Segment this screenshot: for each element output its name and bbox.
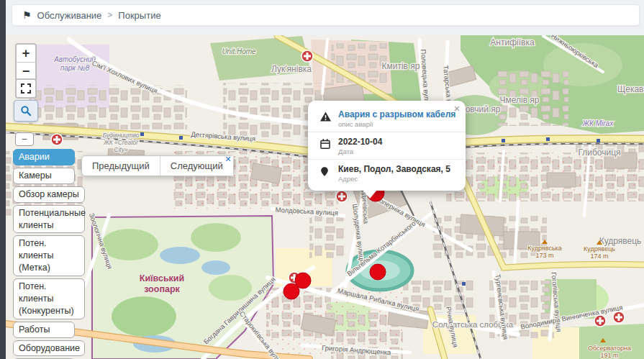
map-label: Unit.Home xyxy=(222,47,256,55)
map-label: Антифіївка xyxy=(490,37,535,47)
fullscreen-icon xyxy=(21,83,31,94)
accident-pager: Предыдущий Следующий ✕ xyxy=(81,155,234,176)
zoom-in-button[interactable]: + xyxy=(17,45,35,63)
peak-label: 191 m xyxy=(600,352,618,359)
breadcrumb-separator: > xyxy=(107,10,112,20)
map-label: Кудрявець xyxy=(599,236,642,246)
calendar-icon xyxy=(319,137,332,153)
previous-button[interactable]: Предыдущий xyxy=(82,156,160,176)
map-label: City» xyxy=(114,146,128,153)
breadcrumb-section[interactable]: Обслуживание xyxy=(37,10,102,21)
map-label: Автобусний xyxy=(53,55,96,63)
pager-close-icon[interactable]: ✕ xyxy=(225,155,232,163)
layer-item-cameras[interactable]: Камеры xyxy=(13,168,75,184)
osm-base-map[interactable]: Лук'янівка Кмитів яр Антифіївка Чмелів я… xyxy=(6,35,644,359)
popup-tail xyxy=(363,190,377,199)
collapsed-nav-strip[interactable] xyxy=(0,0,6,359)
map-canvas[interactable]: Лук'янівка Кмитів яр Антифіївка Чмелів я… xyxy=(6,35,644,359)
map-label: Щекавиця xyxy=(617,84,644,94)
map-label: ЖК Mirax xyxy=(582,119,614,127)
map-label: парк №8 xyxy=(60,64,90,72)
zoo-label: зоопарк xyxy=(144,284,180,294)
warning-icon xyxy=(319,109,332,125)
map-label: Глибочиця xyxy=(578,147,620,158)
popup-close-icon[interactable]: × xyxy=(454,103,461,114)
breadcrumb: Обслуживание > Покрытие xyxy=(37,10,161,21)
popup-row-date: 2022-10-04 Дата xyxy=(308,132,466,159)
top-header: ⚑ Обслуживание > Покрытие xyxy=(6,0,644,35)
peak-label: Кудрявець xyxy=(584,245,615,253)
popup-row-address: Киев, Подол, Заводская, 5 Адрес xyxy=(308,159,466,186)
pin-icon xyxy=(319,164,332,181)
accident-address-label: Адрес xyxy=(338,175,450,183)
accident-title-link[interactable]: Авария с разрывом кабеля xyxy=(338,109,455,119)
zoo-label: Київський xyxy=(140,273,184,283)
zoom-control: + − xyxy=(15,43,37,82)
collapse-layers-button[interactable]: − xyxy=(15,132,34,146)
next-button[interactable]: Следующий xyxy=(160,156,233,176)
map-label: ЖК «Creator xyxy=(103,139,139,146)
peak-label: Кудрявська xyxy=(527,245,561,252)
accident-info-popup: × Авария с разрывом кабеля опис аварії 2… xyxy=(308,101,466,191)
layer-item-camera-overview[interactable]: Обзор камеры xyxy=(13,186,85,203)
breadcrumb-page[interactable]: Покрытие xyxy=(118,10,160,21)
peak-label: Обсерваторна xyxy=(588,345,631,352)
search-icon xyxy=(20,105,32,117)
search-button[interactable] xyxy=(14,100,38,122)
accident-title-label: опис аварії xyxy=(338,120,455,128)
map-label: Кмитів яр xyxy=(382,61,420,71)
layer-item-potential-clients[interactable]: Потенциальные клиенты xyxy=(13,205,85,234)
map-label: Будівництво xyxy=(103,132,140,139)
accident-date-value: 2022-10-04 xyxy=(338,137,382,147)
fullscreen-button[interactable] xyxy=(15,78,37,99)
layer-item-potential-clients-mark[interactable]: Потен. клиенты (Метка) xyxy=(13,235,85,276)
layer-item-accidents[interactable]: Аварии xyxy=(13,149,75,165)
peak-label: 174 m xyxy=(590,253,608,260)
layer-item-potential-clients-competitors[interactable]: Потен. клиенты (Конкуренты) xyxy=(13,278,85,319)
map-label: Чмелів яр xyxy=(499,95,539,105)
accident-address-value: Киев, Подол, Заводская, 5 xyxy=(338,164,450,174)
flag-icon: ⚑ xyxy=(22,9,32,21)
layer-list: Аварии Камеры Обзор камеры Потенциальные… xyxy=(13,149,85,359)
accident-date-label: Дата xyxy=(338,147,382,155)
layer-item-works[interactable]: Работы xyxy=(13,322,75,338)
peak-label: 173 m xyxy=(535,252,553,259)
breadcrumb-card: ⚑ Обслуживание > Покрытие xyxy=(12,4,640,26)
layer-item-equipment[interactable]: Оборудование xyxy=(13,340,85,357)
map-label: Лук'янівка xyxy=(271,64,312,74)
popup-row-title: Авария с разрывом кабеля опис аварії xyxy=(308,105,466,132)
